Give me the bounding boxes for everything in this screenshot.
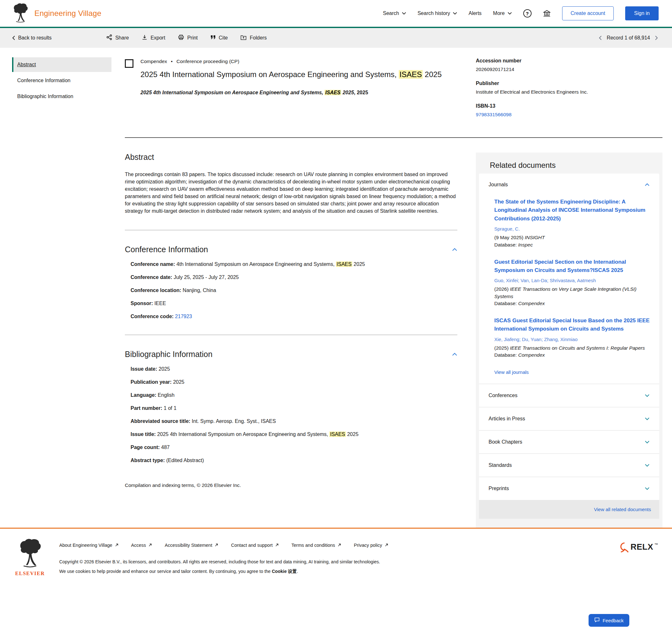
record-meta: Accession number 20260920171214 Publishe… [476, 57, 663, 126]
footer-link-privacy[interactable]: Privacy policy [354, 542, 388, 548]
footer-link-contact[interactable]: Contact and support [231, 542, 279, 548]
related-documents-panel: Related documents Journals The State of … [476, 152, 663, 528]
brand-title: Engineering Village [34, 9, 101, 18]
external-link-icon [115, 542, 118, 548]
previous-record-icon[interactable] [599, 36, 602, 40]
highlighted-term: ISAES [399, 70, 423, 79]
app-header: Engineering Village Search Search histor… [0, 0, 672, 28]
sponsor-field: Sponsor: IEEE [125, 300, 457, 306]
page-title: 2025 4th International Symposium on Aero… [141, 69, 442, 80]
sidebar-item-bibliographic-information[interactable]: Bibliographic Information [12, 89, 112, 104]
journal-source: IEEE Transactions on Circuits and System… [510, 345, 645, 351]
database-name: Compendex [141, 58, 167, 64]
chevron-up-icon[interactable] [452, 248, 457, 251]
relx-logo: RELX ™ [620, 538, 658, 579]
create-account-button[interactable]: Create account [562, 6, 614, 20]
isbn-link[interactable]: 9798331566098 [476, 112, 511, 117]
conference-name-field: Conference name: 4th International Sympo… [125, 262, 457, 267]
next-record-icon[interactable] [655, 36, 658, 40]
journals-label: Journals [488, 182, 508, 188]
journal-title-link[interactable]: ISCAS Guest Editorial Special Issue Base… [494, 317, 650, 333]
highlighted-term: ISAES [336, 262, 352, 267]
section-nav-sidebar: Abstract Conference Information Bibliogr… [12, 57, 112, 105]
conference-location-field: Conference location: Nanjing, China [125, 288, 457, 293]
chevron-down-icon [453, 12, 457, 15]
external-link-icon [148, 542, 152, 548]
journals-accordion: Journals The State of the Systems Engine… [479, 173, 659, 384]
chevron-up-icon[interactable] [645, 183, 650, 186]
elsevier-tree-icon [18, 563, 42, 569]
sign-in-button[interactable]: Sign in [625, 6, 658, 20]
breadcrumb: Compendex • Conference proceeding (CP) [141, 58, 442, 64]
cite-button[interactable]: Cite [211, 34, 228, 41]
compilation-note: Compilation and indexing terms, © 2026 E… [125, 482, 457, 488]
nav-more[interactable]: More [493, 10, 511, 16]
help-icon[interactable]: ? [523, 9, 531, 18]
abstract-section: Abstract The proceedings contain 83 pape… [125, 138, 457, 215]
chevron-up-icon[interactable] [452, 353, 457, 356]
record-pagination: Record 1 of 68,914 [599, 35, 658, 41]
external-link-icon [215, 542, 218, 548]
elsevier-wordmark: ELSEVIER [12, 571, 48, 576]
footer-main: About Engineering Village Access Accessi… [48, 538, 620, 579]
sidebar-item-abstract[interactable]: Abstract [12, 57, 112, 72]
page: Engineering Village Search Search histor… [0, 0, 672, 628]
folders-button[interactable]: Folders [240, 34, 267, 41]
brand: Engineering Village [12, 3, 101, 24]
accordion-book-chapters[interactable]: Book Chapters [479, 430, 659, 454]
journal-title-link[interactable]: Guest Editorial Special Section on the I… [494, 258, 650, 275]
cookie-settings-link[interactable]: Cookie 设置 [272, 569, 297, 574]
copyright-text: Copyright © 2026 Elsevier B.V., its lice… [59, 559, 620, 564]
publication-year-field: Publication year: 2025 [125, 379, 457, 385]
feedback-button[interactable]: Feedback [589, 614, 629, 627]
accordion-conferences[interactable]: Conferences [479, 384, 659, 407]
journal-authors-link[interactable]: Sprague, C. [494, 226, 520, 232]
nav-search-history[interactable]: Search history [417, 10, 457, 16]
view-all-journals-link[interactable]: View all journals [494, 369, 529, 375]
conference-code-link[interactable]: 217923 [175, 314, 192, 319]
print-button[interactable]: Print [178, 34, 198, 41]
issue-title-field: Issue title: 2025 4th International Symp… [125, 432, 457, 437]
conference-information-heading: Conference Information [125, 245, 208, 254]
record-toolbar: Back to results Share Export Print Cite … [0, 28, 672, 48]
bibliographic-information-section: Bibliographic Information Issue date: 20… [125, 335, 457, 463]
record-content: Abstract Conference Information Bibliogr… [0, 48, 672, 528]
back-to-results-button[interactable]: Back to results [12, 35, 52, 41]
accession-number-value: 20260920171214 [476, 67, 663, 72]
nav-search[interactable]: Search [383, 10, 406, 16]
accordion-standards[interactable]: Standards [479, 454, 659, 477]
speech-bubble-icon [594, 617, 600, 624]
chevron-down-icon [645, 464, 650, 467]
sidebar-item-conference-information[interactable]: Conference Information [12, 73, 112, 88]
accordion-preprints[interactable]: Preprints [479, 477, 659, 500]
institution-icon[interactable] [543, 10, 551, 17]
record-checkbox[interactable] [125, 59, 134, 68]
nav-alerts[interactable]: Alerts [469, 10, 482, 16]
export-button[interactable]: Export [142, 34, 165, 41]
accordion-articles-in-press[interactable]: Articles in Press [479, 407, 659, 430]
footer-link-terms[interactable]: Terms and conditions [291, 542, 341, 548]
folders-icon [240, 35, 246, 41]
chevron-down-icon [645, 417, 650, 420]
journal-authors-link[interactable]: Xie, Jiafeng; Du, Yuan; Zhang, Xinmiao [494, 337, 578, 342]
chevron-down-icon [645, 394, 650, 397]
abstract-type-field: Abstract type: (Edited Abstract) [125, 458, 457, 463]
publisher-label: Publisher [476, 80, 663, 86]
chevron-down-icon [645, 440, 650, 443]
conference-code-field: Conference code: 217923 [125, 314, 457, 319]
journal-source: INSIGHT [525, 235, 545, 240]
page-count-field: Page count: 487 [125, 444, 457, 450]
footer-link-access[interactable]: Access [131, 542, 152, 548]
cite-icon [211, 35, 216, 41]
footer-link-accessibility[interactable]: Accessibility Statement [165, 542, 218, 548]
conference-date-field: Conference date: July 25, 2025 - July 27… [125, 274, 457, 280]
view-all-strip: View all related documents [479, 500, 659, 519]
view-all-related-documents-link[interactable]: View all related documents [594, 507, 651, 512]
footer-link-about[interactable]: About Engineering Village [59, 542, 118, 548]
share-button[interactable]: Share [106, 34, 129, 41]
record-main: Compendex • Conference proceeding (CP) 2… [125, 57, 663, 528]
journal-title-link[interactable]: The State of the Systems Engineering Dis… [494, 198, 650, 223]
external-link-icon [275, 542, 279, 548]
journal-authors-link[interactable]: Guo, Xinfei; Van, Lan-Da; Shrivastava, A… [494, 278, 596, 283]
conference-information-section: Conference Information Conference name: … [125, 230, 457, 319]
